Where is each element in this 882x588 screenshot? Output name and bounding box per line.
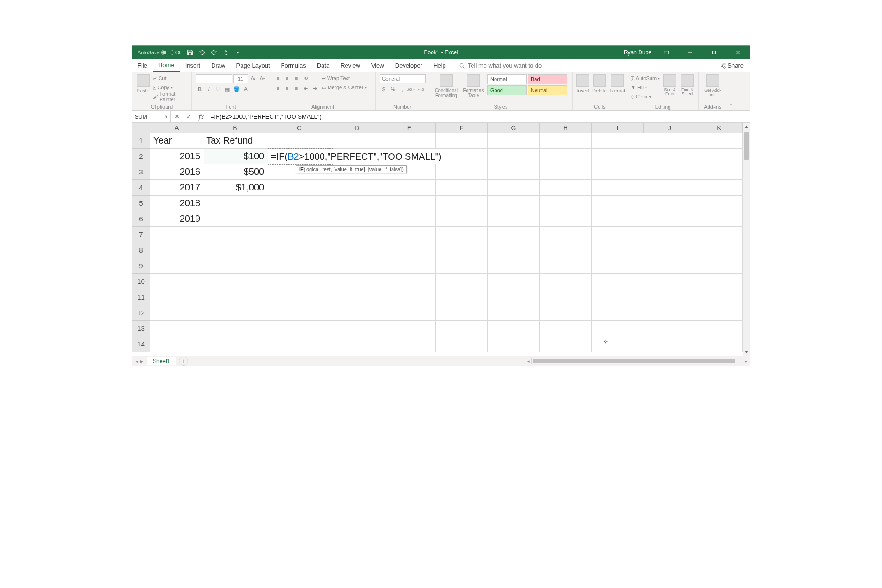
cell-b5[interactable] xyxy=(203,196,267,211)
cell-h1[interactable] xyxy=(540,133,592,149)
cell-i6[interactable] xyxy=(592,211,644,227)
cell-f5[interactable] xyxy=(436,196,488,211)
tab-page-layout[interactable]: Page Layout xyxy=(231,59,276,72)
font-color-button[interactable]: A xyxy=(242,85,250,93)
scroll-right-icon[interactable]: ▸ xyxy=(745,359,747,363)
fill-color-button[interactable]: 🪣 xyxy=(232,85,241,93)
cell-f6[interactable] xyxy=(436,211,488,227)
cell-b4[interactable]: $1,000 xyxy=(203,180,267,196)
row-header-7[interactable]: 7 xyxy=(132,227,150,242)
column-header-g[interactable]: G xyxy=(488,123,540,133)
italic-button[interactable]: I xyxy=(205,85,213,93)
style-bad[interactable]: Bad xyxy=(528,74,567,84)
cell-e6[interactable] xyxy=(383,211,435,227)
font-size-dropdown[interactable]: 11 xyxy=(233,74,248,83)
cell-j6[interactable] xyxy=(644,211,696,227)
cell-i2[interactable] xyxy=(592,149,644,164)
cell-a10[interactable] xyxy=(150,274,203,289)
cell-b6[interactable] xyxy=(203,211,267,227)
qat-customize-icon[interactable]: ▾ xyxy=(234,49,242,56)
autosum-button[interactable]: ∑AutoSum▾ xyxy=(631,74,660,82)
row-header-12[interactable]: 12 xyxy=(132,305,150,321)
cell-d5[interactable] xyxy=(331,196,383,211)
decrease-decimal-icon[interactable]: ←.0 xyxy=(416,85,425,93)
number-format-dropdown[interactable]: General xyxy=(380,74,426,83)
autosave-toggle[interactable]: AutoSave Off xyxy=(138,50,182,55)
cell-j4[interactable] xyxy=(644,180,696,196)
cell-a14[interactable] xyxy=(150,336,203,352)
column-header-f[interactable]: F xyxy=(436,123,488,133)
cell-c2-formula-editor[interactable]: =IF(B2>1000,"PERFECT","TOO SMALL") xyxy=(269,149,443,164)
tab-formulas[interactable]: Formulas xyxy=(276,59,311,72)
column-header-i[interactable]: I xyxy=(592,123,644,133)
align-top-icon[interactable]: ≡ xyxy=(274,74,282,82)
column-header-j[interactable]: J xyxy=(644,123,696,133)
row-header-5[interactable]: 5 xyxy=(132,196,150,211)
comma-icon[interactable]: , xyxy=(398,85,406,93)
ribbon-display-icon[interactable] xyxy=(657,46,675,59)
copy-button[interactable]: ⎘Copy▾ xyxy=(153,83,188,92)
percent-icon[interactable]: % xyxy=(389,85,397,93)
cell-f2[interactable] xyxy=(436,149,488,164)
row-header-3[interactable]: 3 xyxy=(132,164,150,180)
touch-mode-icon[interactable] xyxy=(222,49,230,56)
increase-font-icon[interactable]: A▴ xyxy=(249,74,257,82)
hscroll-thumb[interactable] xyxy=(533,359,735,363)
tab-help[interactable]: Help xyxy=(428,59,451,72)
cell-b2[interactable]: $100 xyxy=(203,149,267,164)
paste-button[interactable]: Paste xyxy=(136,74,150,93)
cell-h4[interactable] xyxy=(540,180,592,196)
accounting-icon[interactable]: $ xyxy=(380,85,388,93)
row-header-13[interactable]: 13 xyxy=(132,321,150,336)
row-header-14[interactable]: 14 xyxy=(132,336,150,352)
cell-a5[interactable]: 2018 xyxy=(150,196,203,211)
cell-k4[interactable] xyxy=(696,180,743,196)
borders-button[interactable]: ▦ xyxy=(223,85,231,93)
cut-button[interactable]: ✂Cut xyxy=(153,74,188,82)
format-cells-button[interactable]: Format xyxy=(610,74,625,93)
row-header-9[interactable]: 9 xyxy=(132,258,150,274)
row-header-1[interactable]: 1 xyxy=(132,133,150,149)
cell-d1[interactable] xyxy=(331,133,383,149)
share-button[interactable]: Share xyxy=(713,59,750,72)
maximize-button[interactable] xyxy=(705,46,723,59)
find-select-button[interactable]: Find & Select xyxy=(680,74,695,97)
column-header-c[interactable]: C xyxy=(267,123,331,133)
merge-center-button[interactable]: ▭Merge & Center▾ xyxy=(322,83,367,92)
cell-i1[interactable] xyxy=(592,133,644,149)
cell-e1[interactable] xyxy=(383,133,435,149)
cell-e4[interactable] xyxy=(383,180,435,196)
name-box[interactable]: SUM ▼ xyxy=(132,111,171,122)
fx-icon[interactable]: fx xyxy=(195,111,207,122)
tab-data[interactable]: Data xyxy=(311,59,335,72)
cell-d6[interactable] xyxy=(331,211,383,227)
cell-b3[interactable]: $500 xyxy=(203,164,267,180)
decrease-font-icon[interactable]: A▾ xyxy=(258,74,266,82)
user-name[interactable]: Ryan Dube xyxy=(624,49,651,56)
column-header-h[interactable]: H xyxy=(540,123,592,133)
worksheet-grid[interactable]: A B C D E F G H I J K 1 2 3 4 5 6 7 8 9 … xyxy=(132,123,750,356)
cell-c1[interactable] xyxy=(267,133,331,149)
cell-f3[interactable] xyxy=(436,164,488,180)
cell-e5[interactable] xyxy=(383,196,435,211)
cell-c6[interactable] xyxy=(267,211,331,227)
scroll-up-icon[interactable]: ▲ xyxy=(743,123,750,130)
row-header-2[interactable]: 2 xyxy=(132,149,150,164)
format-painter-button[interactable]: 🖌Format Painter xyxy=(153,92,188,101)
column-header-k[interactable]: K xyxy=(696,123,743,133)
cells-area[interactable]: Year Tax Refund 2015 $100 xyxy=(150,133,743,356)
style-neutral[interactable]: Neutral xyxy=(528,85,567,95)
cell-k6[interactable] xyxy=(696,211,743,227)
decrease-indent-icon[interactable]: ⇤ xyxy=(301,84,310,92)
wrap-text-button[interactable]: ↩Wrap Text xyxy=(322,74,367,82)
cell-k3[interactable] xyxy=(696,164,743,180)
tab-file[interactable]: File xyxy=(132,59,153,72)
cell-a8[interactable] xyxy=(150,242,203,258)
vscroll-thumb[interactable] xyxy=(744,132,749,160)
formula-input[interactable]: =IF(B2>1000,"PERFECT","TOO SMALL") xyxy=(207,111,750,122)
underline-button[interactable]: U xyxy=(214,85,222,93)
cell-a3[interactable]: 2016 xyxy=(150,164,203,180)
cell-i4[interactable] xyxy=(592,180,644,196)
cell-a11[interactable] xyxy=(150,289,203,305)
clear-button[interactable]: ◇Clear▾ xyxy=(631,92,660,101)
